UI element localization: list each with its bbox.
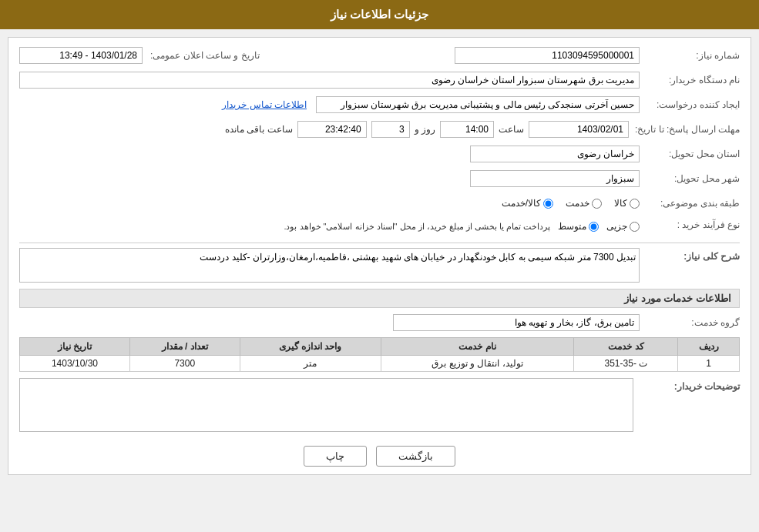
col-quantity: تعداد / مقدار [129,338,240,356]
city-label: شهر محل تحویل: [640,173,740,184]
need-number-value [267,47,640,64]
buyer-org-input[interactable] [19,72,640,89]
cell-quantity: 7300 [129,356,240,372]
category-row: طبقه بندی موضوعی: کالا خدمت کالا/خدمت [19,193,740,213]
table-head: ردیف کد خدمت نام خدمت واحد اندازه گیری ت… [20,338,740,356]
deadline-days-input[interactable] [371,121,410,138]
creator-label: ایجاد کننده درخواست: [640,99,740,110]
col-unit: واحد اندازه گیری [240,338,381,356]
radio-kala-khedmat[interactable]: کالا/خدمت [502,198,553,209]
divider-1 [19,243,740,243]
service-group-label: گروه خدمت: [640,317,740,328]
comments-row: توضیحات خریدار: [19,378,740,432]
announce-label: تاریخ و ساعت اعلان عمومی: [150,50,260,61]
need-desc-value [19,248,640,283]
table-header-row: ردیف کد خدمت نام خدمت واحد اندازه گیری ت… [20,338,740,356]
radio-kala[interactable]: کالا [614,198,640,209]
contact-link[interactable]: اطلاعات تماس خریدار [222,99,307,110]
table-body: 1ت -35-351تولید، انتقال و توزیع برقمتر73… [20,356,740,372]
province-label: استان محل تحویل: [640,149,740,159]
need-desc-row: شرح کلی نیاز: [19,248,740,283]
need-desc-label: شرح کلی نیاز: [640,248,740,262]
creator-input[interactable] [316,96,640,113]
col-date: تاریخ نیاز [20,338,130,356]
process-value: جزیی متوسط پرداخت تمام یا بخشی از مبلغ خ… [19,219,640,232]
deadline-value: ساعت روز و ساعت باقی مانده [19,121,629,138]
buyer-org-row: نام دستگاه خریدار: [19,70,740,90]
province-row: استان محل تحویل: [19,144,740,164]
back-button[interactable]: بازگشت [376,446,455,467]
radio-mottaset-input[interactable] [589,222,599,232]
city-input[interactable] [470,170,640,187]
announce-date-group: تاریخ و ساعت اعلان عمومی: [19,47,260,64]
deadline-date-input[interactable] [529,121,629,138]
deadline-date-row: ساعت روز و ساعت باقی مانده [225,121,629,138]
comments-textarea[interactable] [19,378,633,432]
radio-khedmat-label: خدمت [566,198,589,209]
cell-unit: متر [240,356,381,372]
city-row: شهر محل تحویل: [19,169,740,189]
col-row-num: ردیف [678,338,740,356]
service-group-value [19,314,640,331]
page-wrapper: جزئیات اطلاعات نیاز شماره نیاز: تاریخ و … [0,0,759,532]
page-title: جزئیات اطلاعات نیاز [0,0,759,29]
radio-khedmat[interactable]: خدمت [566,198,602,209]
service-group-input[interactable] [393,314,640,331]
cell-service_code: ت -35-351 [574,356,678,372]
process-radio-row: جزیی متوسط پرداخت تمام یا بخشی از مبلغ خ… [284,221,640,232]
process-row: نوع فرآیند خرید : جزیی متوسط پرداخت تمام… [19,218,740,238]
announce-input[interactable] [19,47,143,64]
category-radio-group: کالا خدمت کالا/خدمت [502,198,640,209]
creator-value: اطلاعات تماس خریدار [19,96,640,113]
need-desc-textarea[interactable] [19,248,640,283]
deadline-countdown-input[interactable] [297,121,367,138]
province-value [19,146,640,162]
need-number-row: شماره نیاز: تاریخ و ساعت اعلان عمومی: [19,45,740,65]
buyer-org-value [19,72,640,89]
content-area: شماره نیاز: تاریخ و ساعت اعلان عمومی: نا… [8,37,751,475]
need-number-label: شماره نیاز: [640,50,740,61]
radio-jozvi-label: جزیی [606,221,627,232]
comments-label-text: توضیحات خریدار: [674,381,740,392]
table-row: 1ت -35-351تولید، انتقال و توزیع برقمتر73… [20,356,740,372]
deadline-remaining-label: ساعت باقی مانده [225,124,293,135]
print-button[interactable]: چاپ [304,446,367,467]
radio-kala-khedmat-input[interactable] [543,199,553,209]
deadline-row: مهلت ارسال پاسخ: تا تاریخ: ساعت روز و سا… [19,119,740,139]
deadline-time-label: ساعت [499,124,524,135]
radio-kala-label: کالا [614,198,627,209]
deadline-label: مهلت ارسال پاسخ: تا تاریخ: [629,124,740,135]
radio-khedmat-input[interactable] [592,199,602,209]
category-label: طبقه بندی موضوعی: [640,198,740,209]
col-service-code: کد خدمت [574,338,678,356]
service-group-row: گروه خدمت: [19,313,740,333]
col-service-name: نام خدمت [381,338,574,356]
services-table-section: ردیف کد خدمت نام خدمت واحد اندازه گیری ت… [19,337,740,372]
deadline-time-input[interactable] [440,121,494,138]
services-section-title: اطلاعات خدمات مورد نیاز [19,289,740,308]
services-table: ردیف کد خدمت نام خدمت واحد اندازه گیری ت… [19,337,740,372]
radio-mottaset[interactable]: متوسط [558,221,599,232]
radio-kala-khedmat-label: کالا/خدمت [502,198,541,209]
category-value: کالا خدمت کالا/خدمت [19,198,640,209]
radio-jozvi-input[interactable] [630,222,640,232]
buyer-org-label: نام دستگاه خریدار: [640,75,740,85]
buttons-row: بازگشت چاپ [19,446,740,467]
cell-row_num: 1 [678,356,740,372]
cell-service_name: تولید، انتقال و توزیع برق [381,356,574,372]
cell-date: 1403/10/30 [20,356,130,372]
radio-kala-input[interactable] [630,199,640,209]
creator-row: ایجاد کننده درخواست: اطلاعات تماس خریدار [19,95,740,115]
deadline-days-label: روز و [415,124,435,135]
need-number-input[interactable] [455,47,640,64]
radio-mottaset-label: متوسط [558,221,586,232]
province-input[interactable] [470,146,640,162]
city-value [19,170,640,187]
process-label: نوع فرآیند خرید : [640,219,740,230]
comments-label: توضیحات خریدار: [640,378,740,392]
radio-jozvi[interactable]: جزیی [606,221,640,232]
process-desc: پرداخت تمام یا بخشی از مبلغ خرید، از محل… [284,222,550,232]
